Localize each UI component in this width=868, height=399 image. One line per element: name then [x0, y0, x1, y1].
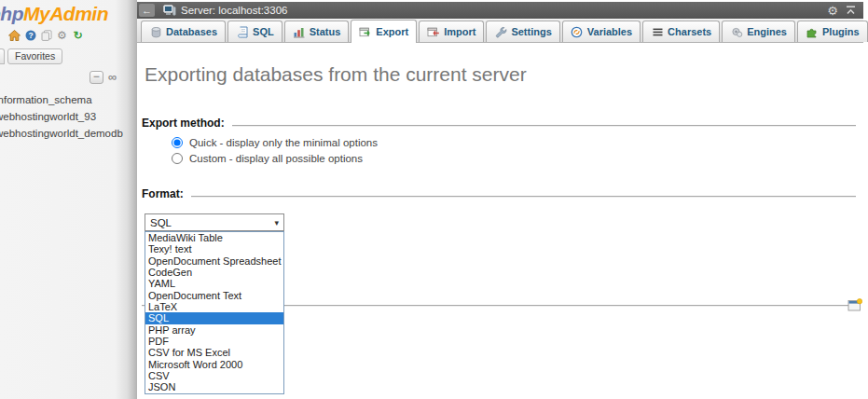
server-icon — [163, 5, 176, 16]
nav-tab[interactable]: Import — [419, 21, 484, 42]
export-icon — [359, 26, 372, 38]
main-panel: ← Server: localhost:3306 ⚙ Databases SQL… — [137, 0, 868, 399]
format-option[interactable]: LaTeX — [145, 301, 283, 312]
phpmyadmin-logo[interactable]: phpMyAdmin — [0, 3, 137, 25]
format-option[interactable]: OpenDocument Text — [145, 290, 283, 301]
engines-icon — [730, 26, 743, 38]
format-option[interactable]: CSV for MS Excel — [145, 347, 283, 358]
format-option[interactable]: JSON — [145, 381, 283, 392]
sql-icon — [236, 26, 249, 38]
export-method-label: Export method: — [142, 117, 225, 130]
nav-tab[interactable]: Status — [284, 21, 350, 42]
format-select-value: SQL — [150, 217, 172, 228]
section-rule — [232, 125, 856, 127]
sidebar: phpMyAdmin ?⚙↻ Favorites − ∞ information… — [0, 0, 137, 399]
format-option[interactable]: CSV — [145, 370, 283, 381]
dropdown-arrow-icon: ▾ — [274, 218, 279, 227]
export-method-option[interactable]: Quick - display only the minimal options — [172, 137, 378, 148]
format-option[interactable]: OpenDocument Spreadsheet — [145, 255, 283, 267]
database-item[interactable]: information_schema — [0, 91, 137, 108]
page-title: Exporting databases from the current ser… — [145, 63, 527, 86]
database-item[interactable]: webhostingworldt_demodb — [0, 125, 137, 142]
export-page: Exporting databases from the current ser… — [137, 43, 863, 399]
nav-tab[interactable]: Engines — [722, 21, 795, 42]
nav-tab[interactable]: Export — [351, 20, 417, 43]
logo-php-part: php — [0, 3, 23, 24]
format-option[interactable]: PDF — [145, 336, 283, 347]
plugins-icon — [806, 26, 819, 38]
format-option[interactable]: Microsoft Word 2000 — [145, 359, 283, 370]
export-method-options: Quick - display only the minimal options… — [172, 137, 378, 164]
link-icon[interactable]: ∞ — [108, 72, 117, 83]
format-option[interactable]: SQL — [145, 312, 283, 323]
settings-icon — [494, 26, 507, 38]
radio-button[interactable] — [172, 137, 183, 148]
new-window-icon[interactable] — [847, 298, 862, 312]
home-icon[interactable] — [8, 30, 21, 42]
nav-tabbar: Databases SQL Status Export Import Setti… — [137, 19, 863, 43]
gear-icon[interactable]: ⚙ — [56, 30, 68, 42]
db-icon — [149, 26, 162, 38]
sidebar-toolbar: ?⚙↻ — [8, 29, 137, 42]
logo-myadmin-part: MyAdmin — [23, 3, 108, 24]
tree-controls: − ∞ — [0, 71, 117, 84]
collapse-panel-icon[interactable] — [846, 6, 856, 15]
sidebar-panel-tabs: Favorites — [0, 48, 137, 64]
format-label: Format: — [142, 187, 184, 200]
docs-icon[interactable] — [40, 30, 52, 42]
format-option[interactable]: Texy! text — [145, 243, 283, 255]
collapse-all-icon[interactable]: − — [90, 71, 103, 84]
refresh-icon[interactable]: ↻ — [72, 30, 84, 42]
nav-tab[interactable]: Plugins — [797, 21, 868, 42]
cropped-tab-fragment[interactable] — [0, 48, 5, 64]
nav-tab[interactable]: Variables — [562, 21, 641, 42]
database-list: information_schemawebhostingworldt_93web… — [0, 91, 137, 142]
charsets-icon — [651, 26, 664, 38]
database-item[interactable]: webhostingworldt_93 — [0, 108, 137, 125]
favorites-tab[interactable]: Favorites — [7, 48, 62, 64]
format-option[interactable]: YAML — [145, 278, 283, 289]
format-option[interactable]: CodeGen — [145, 267, 283, 278]
help-icon[interactable]: ? — [24, 30, 36, 42]
back-button[interactable]: ← — [139, 4, 155, 17]
titlebar-title: Server: localhost:3306 — [181, 5, 287, 16]
format-section-header: Format: — [142, 187, 856, 200]
format-select[interactable]: SQL ▾ — [145, 213, 284, 231]
titlebar: ← Server: localhost:3306 ⚙ — [137, 2, 863, 19]
titlebar-controls: ⚙ — [827, 5, 856, 17]
format-dropdown: MediaWiki TableTexy! textOpenDocument Sp… — [145, 231, 284, 394]
svg-text:?: ? — [28, 31, 33, 40]
nav-tab[interactable]: SQL — [227, 21, 282, 42]
section-rule — [191, 196, 856, 198]
radio-button[interactable] — [172, 153, 183, 164]
export-method-option[interactable]: Custom - display all possible options — [172, 153, 378, 164]
format-option[interactable]: MediaWiki Table — [145, 232, 283, 243]
page-settings-icon[interactable]: ⚙ — [827, 5, 838, 17]
variables-icon — [571, 26, 584, 38]
export-method-section-header: Export method: — [142, 117, 856, 130]
nav-tab[interactable]: Settings — [486, 21, 559, 42]
status-icon — [293, 26, 306, 38]
nav-tab[interactable]: Charsets — [642, 21, 720, 42]
import-icon — [427, 26, 440, 38]
format-option[interactable]: PHP array — [145, 324, 283, 336]
nav-tab[interactable]: Databases — [141, 21, 226, 42]
